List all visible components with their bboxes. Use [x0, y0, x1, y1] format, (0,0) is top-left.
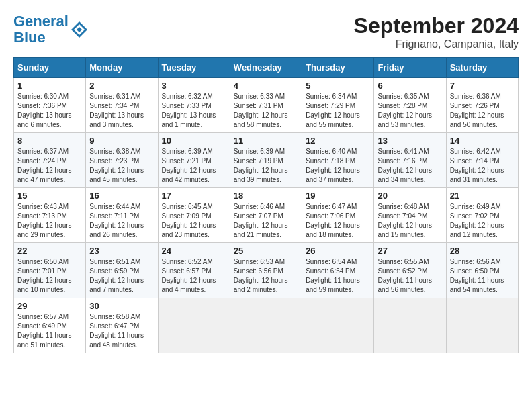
title-block: September 2024 Frignano, Campania, Italy [354, 13, 519, 50]
calendar-cell: 25Sunrise: 6:53 AMSunset: 6:56 PMDayligh… [230, 243, 302, 298]
day-number: 9 [89, 136, 154, 146]
cell-details: Sunrise: 6:57 AMSunset: 6:49 PMDaylight:… [17, 312, 82, 350]
calendar-week-row: 29Sunrise: 6:57 AMSunset: 6:49 PMDayligh… [14, 298, 519, 353]
day-number: 30 [89, 301, 154, 311]
day-number: 24 [162, 246, 226, 256]
cell-details: Sunrise: 6:43 AMSunset: 7:13 PMDaylight:… [17, 202, 82, 240]
cell-details: Sunrise: 6:37 AMSunset: 7:24 PMDaylight:… [17, 147, 82, 185]
day-number: 25 [234, 246, 298, 256]
day-header-friday: Friday [374, 58, 446, 78]
day-number: 5 [306, 81, 370, 91]
calendar-cell [374, 298, 446, 353]
calendar-cell: 15Sunrise: 6:43 AMSunset: 7:13 PMDayligh… [14, 188, 86, 243]
cell-details: Sunrise: 6:34 AMSunset: 7:29 PMDaylight:… [306, 92, 370, 130]
cell-details: Sunrise: 6:40 AMSunset: 7:18 PMDaylight:… [306, 147, 370, 185]
day-number: 4 [234, 81, 298, 91]
day-number: 1 [17, 81, 82, 91]
cell-details: Sunrise: 6:39 AMSunset: 7:19 PMDaylight:… [234, 147, 298, 185]
logo: General Blue [13, 13, 89, 46]
calendar-week-row: 22Sunrise: 6:50 AMSunset: 7:01 PMDayligh… [14, 243, 519, 298]
day-number: 29 [17, 301, 82, 311]
cell-details: Sunrise: 6:52 AMSunset: 6:57 PMDaylight:… [162, 257, 226, 295]
cell-details: Sunrise: 6:45 AMSunset: 7:09 PMDaylight:… [162, 202, 226, 240]
day-number: 22 [17, 246, 82, 256]
calendar-cell: 8Sunrise: 6:37 AMSunset: 7:24 PMDaylight… [14, 133, 86, 188]
calendar-cell [158, 298, 230, 353]
logo-general: General [13, 13, 69, 30]
day-number: 17 [162, 191, 226, 201]
day-header-tuesday: Tuesday [158, 58, 230, 78]
cell-details: Sunrise: 6:30 AMSunset: 7:36 PMDaylight:… [17, 92, 82, 130]
cell-details: Sunrise: 6:46 AMSunset: 7:07 PMDaylight:… [234, 202, 298, 240]
calendar-cell: 4Sunrise: 6:33 AMSunset: 7:31 PMDaylight… [230, 78, 302, 133]
calendar-cell: 12Sunrise: 6:40 AMSunset: 7:18 PMDayligh… [302, 133, 374, 188]
day-number: 2 [89, 81, 154, 91]
day-number: 28 [450, 246, 515, 256]
day-number: 15 [17, 191, 82, 201]
cell-details: Sunrise: 6:50 AMSunset: 7:01 PMDaylight:… [17, 257, 82, 295]
calendar-cell: 19Sunrise: 6:47 AMSunset: 7:06 PMDayligh… [302, 188, 374, 243]
day-number: 12 [306, 136, 370, 146]
calendar-header-row: SundayMondayTuesdayWednesdayThursdayFrid… [14, 58, 519, 78]
cell-details: Sunrise: 6:42 AMSunset: 7:14 PMDaylight:… [450, 147, 515, 185]
day-number: 14 [450, 136, 515, 146]
calendar-cell: 14Sunrise: 6:42 AMSunset: 7:14 PMDayligh… [446, 133, 518, 188]
day-number: 27 [378, 246, 442, 256]
calendar-cell: 1Sunrise: 6:30 AMSunset: 7:36 PMDaylight… [14, 78, 86, 133]
calendar-cell [302, 298, 374, 353]
day-header-sunday: Sunday [14, 58, 86, 78]
day-number: 21 [450, 191, 515, 201]
day-number: 19 [306, 191, 370, 201]
calendar-cell: 29Sunrise: 6:57 AMSunset: 6:49 PMDayligh… [14, 298, 86, 353]
page-header: General Blue September 2024 Frignano, Ca… [13, 13, 519, 50]
logo-blue: Blue [13, 29, 46, 46]
cell-details: Sunrise: 6:44 AMSunset: 7:11 PMDaylight:… [89, 202, 154, 240]
calendar-table: SundayMondayTuesdayWednesdayThursdayFrid… [13, 57, 519, 353]
logo-icon [70, 20, 89, 39]
day-number: 3 [162, 81, 226, 91]
cell-details: Sunrise: 6:41 AMSunset: 7:16 PMDaylight:… [378, 147, 442, 185]
day-number: 13 [378, 136, 442, 146]
calendar-body: 1Sunrise: 6:30 AMSunset: 7:36 PMDaylight… [14, 78, 519, 353]
day-number: 23 [89, 246, 154, 256]
cell-details: Sunrise: 6:39 AMSunset: 7:21 PMDaylight:… [162, 147, 226, 185]
day-number: 16 [89, 191, 154, 201]
cell-details: Sunrise: 6:51 AMSunset: 6:59 PMDaylight:… [89, 257, 154, 295]
calendar-cell: 13Sunrise: 6:41 AMSunset: 7:16 PMDayligh… [374, 133, 446, 188]
day-header-wednesday: Wednesday [230, 58, 302, 78]
day-number: 7 [450, 81, 515, 91]
calendar-cell: 27Sunrise: 6:55 AMSunset: 6:52 PMDayligh… [374, 243, 446, 298]
cell-details: Sunrise: 6:55 AMSunset: 6:52 PMDaylight:… [378, 257, 442, 295]
cell-details: Sunrise: 6:31 AMSunset: 7:34 PMDaylight:… [89, 92, 154, 130]
cell-details: Sunrise: 6:53 AMSunset: 6:56 PMDaylight:… [234, 257, 298, 295]
day-number: 8 [17, 136, 82, 146]
day-number: 18 [234, 191, 298, 201]
month-title: September 2024 [354, 13, 519, 38]
calendar-cell: 23Sunrise: 6:51 AMSunset: 6:59 PMDayligh… [86, 243, 158, 298]
calendar-cell: 11Sunrise: 6:39 AMSunset: 7:19 PMDayligh… [230, 133, 302, 188]
calendar-cell: 6Sunrise: 6:35 AMSunset: 7:28 PMDaylight… [374, 78, 446, 133]
cell-details: Sunrise: 6:56 AMSunset: 6:50 PMDaylight:… [450, 257, 515, 295]
calendar-cell: 10Sunrise: 6:39 AMSunset: 7:21 PMDayligh… [158, 133, 230, 188]
calendar-cell: 26Sunrise: 6:54 AMSunset: 6:54 PMDayligh… [302, 243, 374, 298]
cell-details: Sunrise: 6:36 AMSunset: 7:26 PMDaylight:… [450, 92, 515, 130]
cell-details: Sunrise: 6:48 AMSunset: 7:04 PMDaylight:… [378, 202, 442, 240]
calendar-week-row: 1Sunrise: 6:30 AMSunset: 7:36 PMDaylight… [14, 78, 519, 133]
calendar-cell: 16Sunrise: 6:44 AMSunset: 7:11 PMDayligh… [86, 188, 158, 243]
cell-details: Sunrise: 6:58 AMSunset: 6:47 PMDaylight:… [89, 312, 154, 350]
day-number: 26 [306, 246, 370, 256]
calendar-cell: 17Sunrise: 6:45 AMSunset: 7:09 PMDayligh… [158, 188, 230, 243]
day-header-thursday: Thursday [302, 58, 374, 78]
calendar-cell: 7Sunrise: 6:36 AMSunset: 7:26 PMDaylight… [446, 78, 518, 133]
calendar-cell: 20Sunrise: 6:48 AMSunset: 7:04 PMDayligh… [374, 188, 446, 243]
cell-details: Sunrise: 6:54 AMSunset: 6:54 PMDaylight:… [306, 257, 370, 295]
calendar-week-row: 8Sunrise: 6:37 AMSunset: 7:24 PMDaylight… [14, 133, 519, 188]
day-number: 6 [378, 81, 442, 91]
calendar-cell [230, 298, 302, 353]
calendar-week-row: 15Sunrise: 6:43 AMSunset: 7:13 PMDayligh… [14, 188, 519, 243]
cell-details: Sunrise: 6:33 AMSunset: 7:31 PMDaylight:… [234, 92, 298, 130]
cell-details: Sunrise: 6:32 AMSunset: 7:33 PMDaylight:… [162, 92, 226, 130]
day-header-saturday: Saturday [446, 58, 518, 78]
cell-details: Sunrise: 6:35 AMSunset: 7:28 PMDaylight:… [378, 92, 442, 130]
calendar-cell: 24Sunrise: 6:52 AMSunset: 6:57 PMDayligh… [158, 243, 230, 298]
